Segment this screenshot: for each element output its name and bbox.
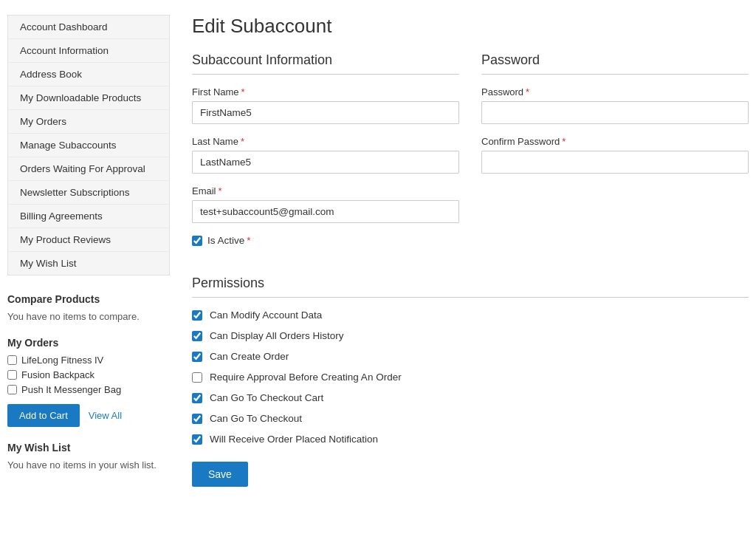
confirm-password-input[interactable] — [481, 151, 749, 174]
last-name-row: Last Name* — [192, 136, 459, 174]
perm-require-approval-label: Require Approval Before Creating An Orde… — [210, 372, 402, 383]
perm-display-orders-checkbox[interactable] — [192, 331, 202, 341]
permissions-section: Permissions Can Modify Account DataCan D… — [192, 276, 749, 487]
last-name-input[interactable] — [192, 151, 459, 174]
password-row: Password* — [481, 86, 749, 124]
my-orders-title: My Orders — [7, 337, 170, 349]
sidebar-item-manage-subaccounts[interactable]: Manage Subaccounts — [8, 134, 169, 157]
perm-display-orders-label: Can Display All Orders History — [210, 330, 344, 341]
is-active-checkbox[interactable] — [192, 236, 202, 246]
permissions-title: Permissions — [192, 276, 749, 298]
perm-require-approval-row: Require Approval Before Creating An Orde… — [192, 372, 749, 383]
add-to-cart-button[interactable]: Add to Cart — [7, 404, 80, 427]
sidebar-item-my-orders[interactable]: My Orders — [8, 110, 169, 134]
perm-order-notification-checkbox[interactable] — [192, 434, 202, 445]
perm-checkout-label: Can Go To Checkout — [210, 413, 302, 424]
sidebar: Account DashboardAccount InformationAddr… — [7, 15, 170, 487]
perm-create-order-row: Can Create Order — [192, 351, 749, 362]
sidebar-item-newsletter-subscriptions[interactable]: Newsletter Subscriptions — [8, 181, 169, 205]
perm-checkout-cart-row: Can Go To Checkout Cart — [192, 392, 749, 403]
perm-checkout-row: Can Go To Checkout — [192, 413, 749, 424]
last-name-label: Last Name* — [192, 136, 459, 147]
perm-create-order-label: Can Create Order — [210, 351, 289, 362]
wishlist-section: My Wish List You have no items in your w… — [7, 442, 170, 471]
compare-products-section: Compare Products You have no items to co… — [7, 293, 170, 322]
save-button[interactable]: Save — [192, 462, 248, 487]
page-title: Edit Subaccount — [192, 15, 749, 38]
sidebar-item-billing-agreements[interactable]: Billing Agreements — [8, 205, 169, 228]
list-item: LifeLong Fitness IV — [7, 355, 170, 366]
perm-require-approval-checkbox[interactable] — [192, 372, 202, 383]
view-all-link[interactable]: View All — [89, 410, 122, 421]
sidebar-item-my-downloadable-products[interactable]: My Downloadable Products — [8, 86, 169, 110]
perm-modify-account-row: Can Modify Account Data — [192, 309, 749, 321]
permissions-list: Can Modify Account DataCan Display All O… — [192, 309, 749, 445]
subaccount-section-title: Subaccount Information — [192, 52, 459, 75]
main-content: Edit Subaccount Subaccount Information F… — [192, 15, 749, 487]
password-label: Password* — [481, 86, 749, 98]
sidebar-item-my-product-reviews[interactable]: My Product Reviews — [8, 228, 169, 252]
sidebar-item-my-wish-list[interactable]: My Wish List — [8, 252, 169, 275]
perm-order-notification-row: Will Receive Order Placed Notification — [192, 434, 749, 445]
sidebar-item-account-information[interactable]: Account Information — [8, 39, 169, 63]
perm-order-notification-label: Will Receive Order Placed Notification — [210, 434, 378, 445]
is-active-row: Is Active* — [192, 235, 459, 246]
orders-list: LifeLong Fitness IVFusion BackpackPush I… — [7, 355, 170, 395]
sidebar-nav: Account DashboardAccount InformationAddr… — [7, 15, 170, 276]
first-name-input[interactable] — [192, 101, 459, 124]
perm-checkout-checkbox[interactable] — [192, 414, 202, 424]
list-item: Push It Messenger Bag — [7, 384, 170, 395]
email-label: Email* — [192, 185, 459, 196]
sidebar-item-account-dashboard[interactable]: Account Dashboard — [8, 16, 169, 39]
first-name-row: First Name* — [192, 86, 459, 124]
my-orders-section: My Orders LifeLong Fitness IVFusion Back… — [7, 337, 170, 427]
sidebar-item-address-book[interactable]: Address Book — [8, 63, 169, 86]
perm-modify-account-label: Can Modify Account Data — [210, 309, 322, 321]
sidebar-item-orders-waiting-for-approval[interactable]: Orders Waiting For Approval — [8, 157, 169, 181]
is-active-label: Is Active* — [207, 235, 251, 246]
first-name-label: First Name* — [192, 86, 459, 98]
list-item: Fusion Backpack — [7, 369, 170, 380]
perm-create-order-checkbox[interactable] — [192, 352, 202, 362]
confirm-password-row: Confirm Password* — [481, 136, 749, 174]
compare-products-title: Compare Products — [7, 293, 170, 305]
password-input[interactable] — [481, 101, 749, 124]
perm-display-orders-row: Can Display All Orders History — [192, 330, 749, 341]
email-input[interactable] — [192, 200, 459, 223]
subaccount-info-col: Subaccount Information First Name* Last … — [192, 52, 459, 258]
wishlist-text: You have no items in your wish list. — [7, 459, 170, 471]
wishlist-title: My Wish List — [7, 442, 170, 454]
password-col: Password Password* Confirm Password* — [481, 52, 749, 258]
perm-checkout-cart-label: Can Go To Checkout Cart — [210, 392, 323, 403]
email-row: Email* — [192, 185, 459, 223]
compare-products-text: You have no items to compare. — [7, 311, 170, 322]
password-section-title: Password — [481, 52, 749, 75]
perm-modify-account-checkbox[interactable] — [192, 310, 202, 321]
perm-checkout-cart-checkbox[interactable] — [192, 393, 202, 403]
confirm-password-label: Confirm Password* — [481, 136, 749, 147]
